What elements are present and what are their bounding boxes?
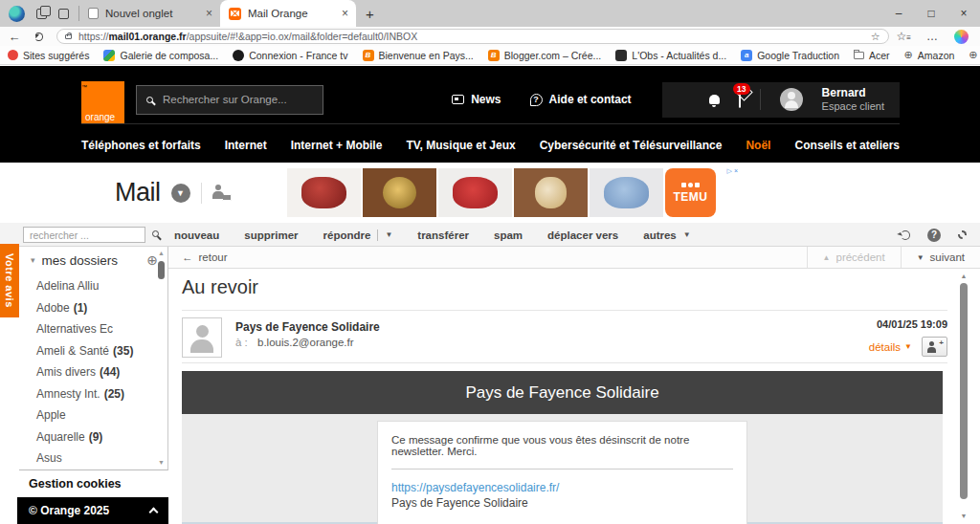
favorite-star-icon[interactable]: ☆ (871, 31, 880, 43)
bookmark-item[interactable]: L'Obs - Actualités d... (615, 50, 726, 61)
add-contact-button[interactable]: + (922, 337, 947, 357)
deplacer-vers-button[interactable]: déplacer vers (547, 229, 618, 241)
bookmark-item[interactable]: Acer (854, 50, 890, 61)
help-contact-link[interactable]: ?Aide et contact (530, 93, 632, 106)
user-avatar[interactable] (780, 88, 803, 111)
orange-logo[interactable]: orange™ (81, 81, 124, 124)
nav-telephones[interactable]: Téléphones et forfaits (81, 139, 201, 152)
news-link[interactable]: News (452, 93, 501, 106)
sender-name[interactable]: Pays de Fayence Solidaire (235, 320, 380, 334)
back-button[interactable]: ← (0, 30, 29, 44)
copilot-icon[interactable] (954, 30, 969, 44)
repondre-button[interactable]: répondre (323, 229, 371, 241)
url-field[interactable]: https://mail01.orange.fr/appsuite/#!&app… (56, 29, 889, 44)
orange-search-box[interactable] (136, 85, 323, 115)
settings-gear-icon[interactable] (958, 230, 967, 239)
folder-item[interactable]: Ameli & Santé(35) (19, 340, 156, 362)
autres-button[interactable]: autres (643, 229, 677, 241)
suivant-button[interactable]: ▼suivant (901, 247, 980, 268)
tab-mail-orange[interactable]: Mail Orange × (220, 0, 356, 27)
mail-notifications-icon[interactable]: 13 (739, 91, 741, 108)
nouveau-button[interactable]: nouveau (174, 229, 219, 241)
folder-item[interactable]: Adobe(1) (19, 297, 156, 319)
collapse-up-icon[interactable] (149, 508, 159, 517)
back-arrow-icon: ← (182, 251, 193, 263)
bookmark-item[interactable]: Sites suggérés (8, 50, 89, 61)
bookmark-item[interactable]: BBlogger.com – Crée... (488, 50, 602, 61)
repondre-dropdown-icon[interactable]: ▼ (385, 230, 392, 239)
ad-banner[interactable]: TEMU ▷ × (287, 168, 737, 217)
close-tab-icon[interactable]: × (342, 7, 348, 20)
precedent-button[interactable]: ▲précédent (807, 247, 901, 268)
folder-item[interactable]: Asus (19, 448, 156, 466)
nav-internet-mobile[interactable]: Internet + Mobile (291, 139, 383, 152)
mail-search-icon[interactable] (152, 230, 159, 237)
details-link[interactable]: détails▼ (869, 341, 912, 353)
nav-cybersecurite[interactable]: Cybersécurité et Télésurveillance (540, 139, 723, 152)
scrollbar-thumb[interactable] (158, 261, 165, 279)
folder-item[interactable]: Alternatives Ec (19, 318, 156, 340)
scrollbar-thumb[interactable] (960, 283, 968, 499)
ad-product-image[interactable] (514, 168, 588, 217)
refresh-history-icon[interactable] (901, 230, 910, 240)
mail-dropdown-icon[interactable]: ▼ (171, 184, 190, 203)
ad-product-image[interactable] (363, 168, 436, 217)
folder-item[interactable]: Apple (19, 404, 156, 426)
ad-product-image[interactable] (287, 168, 361, 217)
workspaces-icon[interactable] (36, 9, 47, 19)
scroll-up-icon[interactable]: ▲ (157, 250, 166, 256)
collapse-caret-icon[interactable]: ▾ (31, 255, 35, 265)
notifications-bell-icon[interactable] (709, 95, 720, 104)
nav-noel[interactable]: Noël (746, 139, 770, 152)
nav-tv-musique[interactable]: TV, Musique et Jeux (406, 139, 515, 152)
recipient-address[interactable]: b.louis.2@orange.fr (257, 337, 354, 348)
supprimer-button[interactable]: supprimer (244, 229, 298, 241)
window-restore-button[interactable]: □ (915, 0, 947, 27)
folder-item[interactable]: Adelina Alliu (19, 275, 156, 297)
browser-menu-icon[interactable]: … (926, 30, 939, 43)
spam-button[interactable]: spam (494, 229, 523, 241)
transferer-button[interactable]: transférer (417, 229, 469, 241)
cookies-link[interactable]: Gestion cookies (19, 470, 168, 497)
tab-nouvel-onglet[interactable]: Nouvel onglet × (79, 0, 220, 27)
scroll-down-icon[interactable]: ▼ (157, 459, 166, 466)
scroll-down-icon[interactable]: ▼ (959, 513, 969, 519)
mail-search-input[interactable] (23, 227, 145, 243)
ad-product-image[interactable] (590, 168, 663, 217)
new-tab-button[interactable]: + (356, 6, 384, 22)
temu-logo[interactable]: TEMU (665, 168, 716, 217)
scroll-up-icon[interactable]: ▲ (959, 273, 969, 279)
window-close-button[interactable]: × (947, 0, 980, 27)
refresh-button[interactable] (34, 33, 43, 41)
bookmark-item[interactable]: ⊕Booking.com (969, 49, 980, 61)
retour-button[interactable]: ←retour (168, 251, 228, 263)
tab-actions-icon[interactable] (58, 9, 69, 19)
bookmark-item[interactable]: BBienvenue en Pays... (363, 50, 474, 61)
folders-header[interactable]: mes dossiers (42, 253, 141, 268)
orange-search-input[interactable] (163, 94, 306, 105)
autres-dropdown-icon[interactable]: ▼ (683, 230, 691, 239)
close-tab-icon[interactable]: × (206, 7, 212, 20)
sidebar-scrollbar[interactable]: ▲ ▼ (157, 250, 166, 466)
favorites-list-icon[interactable]: ☆≡ (897, 30, 911, 43)
feedback-tab[interactable]: Votre avis (0, 244, 19, 317)
folder-item[interactable]: Aquarelle(9) (19, 426, 156, 448)
help-icon[interactable]: ? (927, 229, 941, 242)
apps-grid-icon[interactable] (678, 94, 690, 106)
bookmark-item[interactable]: ⊕Amazon (904, 49, 955, 61)
bookmark-item[interactable]: Connexion - France tv (233, 50, 347, 61)
contacts-icon[interactable] (212, 185, 232, 201)
nav-conseils[interactable]: Conseils et ateliers (795, 139, 900, 152)
user-account-link[interactable]: Bernard Espace client (822, 86, 884, 113)
folder-item[interactable]: Amnesty Int.(25) (19, 383, 156, 405)
browser-logo-icon[interactable] (9, 6, 25, 22)
nav-internet[interactable]: Internet (225, 139, 267, 152)
newsletter-link[interactable]: https://paysdefayencesolidaire.fr/ (391, 481, 733, 494)
bookmark-item[interactable]: aGoogle Traduction (741, 50, 839, 61)
bookmark-item[interactable]: Galerie de composa... (103, 50, 218, 61)
folder-item[interactable]: Amis divers(44) (19, 361, 156, 383)
window-minimize-button[interactable]: – (882, 0, 915, 27)
ad-choices-icon[interactable]: ▷ × (725, 167, 740, 175)
content-scrollbar[interactable]: ▲ ▼ (959, 273, 969, 519)
ad-product-image[interactable] (438, 168, 512, 217)
